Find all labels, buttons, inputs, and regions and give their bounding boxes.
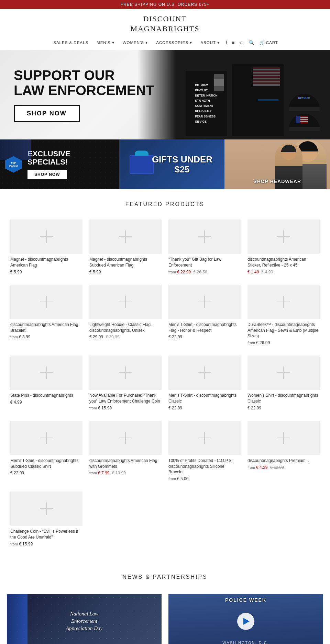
product-price-14: from € 5.00	[168, 476, 241, 481]
product-card-3[interactable]: discountmagnabrights American Sticker, R…	[244, 214, 323, 280]
product-price-1: € 5.99	[89, 270, 162, 274]
product-card-2[interactable]: "Thank you" Gift Bag for Law Enforcement…	[165, 214, 244, 280]
product-card-7[interactable]: DuraSleek™ - discountmagnabrights Americ…	[244, 280, 323, 350]
product-card-12[interactable]: Men's T-Shirt - discountmagnabrights Sub…	[7, 416, 86, 486]
product-card-11[interactable]: Women's Shirt - discountmagnabrights Cla…	[244, 350, 323, 416]
product-price-15: from € 4.29 € 12.99	[248, 465, 320, 470]
product-price-13: from € 7.99 € 19.99	[89, 471, 162, 475]
featured-products-title: FEATURED PRODUCTS	[0, 189, 330, 214]
product-img-13	[89, 421, 162, 455]
product-card-14[interactable]: 100% of Profits Donated - C.O.P.S. disco…	[165, 416, 244, 486]
product-name-4: discountmagnabrights American Flag Brace…	[10, 322, 82, 334]
product-card-1[interactable]: Magnet - discountmagnabrights Subdued Am…	[86, 214, 165, 280]
product-img-8	[10, 355, 82, 390]
news-card-lead[interactable]: National LawEnforcementAppreciation Day …	[7, 594, 162, 644]
product-img-7	[248, 285, 320, 319]
product-img-2	[168, 219, 241, 254]
product-price-12: € 22.99	[10, 471, 82, 475]
product-card-8[interactable]: State Pins - discountmagnabrights € 4.99	[7, 350, 86, 416]
product-price-16: from € 15.99	[10, 542, 82, 546]
product-img-15	[248, 421, 320, 455]
hero-left: SUPPORT OUR LAW ENFORCEMENT SHOP NOW	[0, 57, 168, 133]
news-section-title: NEWS & PARTNERSHIPS	[7, 562, 323, 587]
cart-button[interactable]: 🛒 CART	[257, 37, 281, 48]
product-price-4: from € 3.99	[10, 335, 82, 339]
product-img-5	[89, 285, 162, 319]
news-thumb-overlay-1: National LawEnforcementAppreciation Day	[7, 594, 162, 644]
top-banner-text: FREE SHIPPING ON U.S. ORDERS €75+	[121, 2, 210, 7]
header: DISCOUNT MAGNABRIGHTS SALES & DEALS MEN'…	[0, 9, 330, 50]
product-price-11: € 22.99	[248, 406, 320, 410]
nav-item-sales[interactable]: SALES & DEALS	[49, 38, 92, 47]
loading-spinner-6	[198, 296, 211, 308]
promo-headwear[interactable]: SHOP HEADWEAR	[224, 139, 330, 189]
logo[interactable]: DISCOUNT MAGNABRIGHTS	[130, 14, 199, 34]
loading-spinner-1	[119, 230, 132, 243]
promo-gifts-content: GIFTS UNDER$25	[152, 155, 212, 174]
product-price-2: from € 22.99 € 26.56	[168, 270, 241, 274]
sale-from-label-2: from	[168, 270, 177, 274]
nav-item-mens[interactable]: MEN'S ▾	[92, 37, 119, 48]
product-price-8: € 4.99	[10, 400, 82, 405]
product-name-1: Magnet - discountmagnabrights Subdued Am…	[89, 257, 162, 268]
loading-spinner-16	[40, 502, 53, 515]
loading-spinner-2	[198, 230, 211, 243]
play-triangle-icon	[243, 618, 250, 625]
loading-spinner-14	[198, 432, 211, 444]
loading-spinner-15	[277, 432, 290, 444]
cart-label: CART	[266, 41, 278, 45]
instagram-icon[interactable]: ■	[230, 37, 237, 48]
loading-spinner-10	[198, 366, 211, 379]
product-name-14: 100% of Profits Donated - C.O.P.S. disco…	[168, 458, 241, 475]
product-card-5[interactable]: Lightweight Hoodie - Classic Flag, disco…	[86, 280, 165, 350]
news-thumb-overlay-2	[168, 594, 323, 644]
promo-row: TOPDEALS! EXCLUSIVESPECIALS! SHOP NOW GI…	[0, 139, 330, 189]
product-img-0	[10, 219, 82, 254]
products-grid: Magnet - discountmagnabrights American F…	[0, 214, 330, 552]
news-section: NEWS & PARTNERSHIPS National LawEnforcem…	[0, 552, 330, 644]
product-price-5: € 29.99 € 39.99	[89, 335, 162, 339]
promo-gifts[interactable]: GIFTS UNDER$25	[119, 139, 225, 189]
loading-spinner-8	[40, 366, 53, 379]
product-name-10: Men's T-Shirt - discountmagnabrights Cla…	[168, 393, 241, 404]
product-card-9[interactable]: Now Available For Purchase: "Thank you" …	[86, 350, 165, 416]
product-card-13[interactable]: discountmagnabrights American Flag with …	[86, 416, 165, 486]
news-card-police-week[interactable]: POLICE WEEK WASHINGTON, D.C. POLICE WEEK…	[168, 594, 323, 644]
promo-exclusive[interactable]: TOPDEALS! EXCLUSIVESPECIALS! SHOP NOW	[0, 139, 119, 189]
product-name-5: Lightweight Hoodie - Classic Flag, disco…	[89, 322, 162, 334]
main-nav: SALES & DEALS MEN'S ▾ WOMEN'S ▾ ACCESSOR…	[49, 37, 281, 48]
news-thumb-lead: National LawEnforcementAppreciation Day	[7, 594, 162, 644]
news-thumb-police-week: POLICE WEEK WASHINGTON, D.C.	[168, 594, 323, 644]
product-card-10[interactable]: Men's T-Shirt - discountmagnabrights Cla…	[165, 350, 244, 416]
featured-products-section: FEATURED PRODUCTS Magnet - discountmagna…	[0, 189, 330, 552]
product-card-15[interactable]: discountmagnabrights Premium... from € 4…	[244, 416, 323, 486]
hero-shop-button[interactable]: SHOP NOW	[14, 105, 80, 122]
product-name-16: Challenge Coin - "Evil Is Powerless If t…	[10, 529, 82, 540]
product-name-6: Men's T-Shirt - discountmagnabrights Fla…	[168, 322, 241, 334]
product-name-7: DuraSleek™ - discountmagnabrights Americ…	[248, 322, 320, 339]
product-img-6	[168, 285, 241, 319]
product-price-6: € 22.99	[168, 335, 241, 339]
product-img-9	[89, 355, 162, 390]
hero-banner: SUPPORT OUR LAW ENFORCEMENT SHOP NOW HE …	[0, 50, 330, 139]
user-icon[interactable]: ☺	[237, 37, 246, 48]
product-card-16[interactable]: Challenge Coin - "Evil Is Powerless If t…	[7, 486, 86, 552]
facebook-icon[interactable]: f	[224, 37, 230, 48]
play-button[interactable]	[237, 613, 254, 630]
product-img-11	[248, 355, 320, 390]
nav-item-about[interactable]: ABOUT ▾	[196, 37, 224, 48]
product-price-0: € 5.99	[10, 270, 82, 274]
search-icon[interactable]: 🔍	[246, 37, 257, 48]
promo-gifts-title: GIFTS UNDER$25	[152, 155, 212, 174]
nav-item-womens[interactable]: WOMEN'S ▾	[119, 37, 152, 48]
product-price-7: from € 26.99	[248, 340, 320, 345]
nav-item-accessories[interactable]: ACCESSORIES ▾	[152, 37, 196, 48]
loading-spinner-3	[277, 230, 290, 243]
product-card-0[interactable]: Magnet - discountmagnabrights American F…	[7, 214, 86, 280]
product-card-4[interactable]: discountmagnabrights American Flag Brace…	[7, 280, 86, 350]
product-name-15: discountmagnabrights Premium...	[248, 458, 320, 464]
product-img-12	[10, 421, 82, 455]
product-name-2: "Thank you" Gift Bag for Law Enforcement	[168, 257, 241, 268]
product-card-6[interactable]: Men's T-Shirt - discountmagnabrights Fla…	[165, 280, 244, 350]
loading-spinner-13	[119, 432, 132, 444]
